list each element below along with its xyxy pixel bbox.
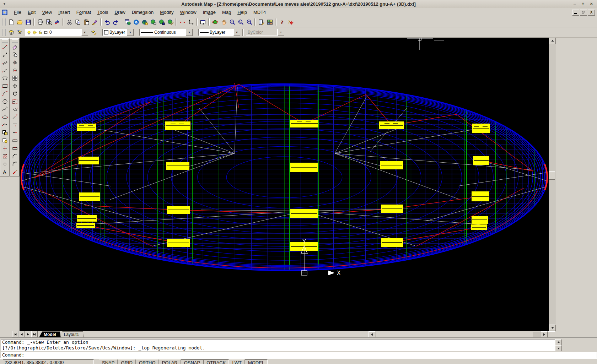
scroll-down-button[interactable] [549, 325, 556, 331]
pan-button[interactable] [219, 18, 228, 26]
point-button[interactable] [1, 145, 9, 152]
tab-last-button[interactable] [31, 331, 38, 337]
scroll-up-button[interactable] [549, 38, 556, 44]
autodesk-point-a-button[interactable]: a [132, 18, 140, 26]
toolbar-grip[interactable] [2, 39, 8, 43]
match-properties-button[interactable] [91, 18, 99, 26]
layer-combo-arrow[interactable]: ▼ [81, 29, 88, 36]
toolbar-grip[interactable] [2, 29, 6, 36]
zoom-window-button[interactable] [236, 18, 245, 26]
drawing-canvas[interactable]: YX [20, 38, 549, 331]
map-workspace-button[interactable] [123, 18, 132, 26]
make-current-button[interactable] [89, 28, 98, 36]
mdi-minimize-button[interactable] [572, 10, 579, 16]
toggle-snap[interactable]: SNAP [99, 359, 118, 364]
extend-button[interactable] [11, 129, 19, 137]
menu-help[interactable]: Help [234, 9, 250, 16]
toggle-polar[interactable]: POLAR [159, 359, 181, 364]
print-button[interactable] [36, 18, 44, 26]
named-views-button[interactable] [199, 18, 207, 26]
color-combo[interactable]: ByLayer▼ [102, 29, 134, 36]
menu-map[interactable]: Map [219, 9, 234, 16]
linetype-combo-arrow[interactable]: ▼ [186, 29, 193, 36]
construction-line-button[interactable] [1, 51, 9, 59]
map-save-set-button[interactable] [157, 18, 166, 26]
rectangle-button[interactable] [1, 82, 9, 90]
lineweight-combo-arrow[interactable]: ▼ [233, 29, 240, 36]
layer-previous-button[interactable] [15, 28, 24, 36]
polyline-button[interactable] [1, 66, 9, 74]
lineweight-combo[interactable]: ByLayer▼ [198, 29, 240, 36]
toggle-osnap[interactable]: OSNAP [181, 359, 204, 364]
multiline-button[interactable] [1, 59, 9, 66]
window-maximize-button[interactable]: + [582, 0, 585, 8]
menu-mdt4[interactable]: MDT4 [250, 9, 269, 16]
3d-orbit-button[interactable] [211, 18, 219, 26]
menu-insert[interactable]: Insert [55, 9, 73, 16]
toggle-ortho[interactable]: ORTHO [136, 359, 159, 364]
line-button[interactable] [1, 43, 9, 51]
trim-button[interactable] [11, 121, 19, 129]
cut-button[interactable] [65, 18, 74, 26]
menu-modify[interactable]: Modify [157, 9, 177, 16]
multiline-text-button[interactable]: A [1, 168, 9, 176]
ellipse-button[interactable] [1, 113, 9, 121]
layers-button[interactable] [7, 28, 15, 36]
new-file-button[interactable] [7, 18, 15, 26]
scroll-left-button[interactable] [369, 331, 375, 338]
menu-edit[interactable]: Edit [25, 9, 39, 16]
paste-button[interactable] [82, 18, 91, 26]
chamfer-button[interactable] [11, 152, 19, 160]
tab-model[interactable]: Model [39, 331, 61, 337]
make-block-button[interactable] [1, 137, 9, 145]
command-scrollbar[interactable] [555, 339, 561, 351]
menu-image[interactable]: Image [200, 9, 219, 16]
menu-tools[interactable]: Tools [94, 9, 111, 16]
menu-window[interactable]: Window [177, 9, 200, 16]
tab-prev-button[interactable] [18, 331, 25, 337]
copy-object-button[interactable] [11, 51, 19, 59]
zoom-previous-button[interactable] [245, 18, 253, 26]
redo-button[interactable] [111, 18, 120, 26]
design-center-button[interactable] [265, 18, 274, 26]
horizontal-scroll-thumb[interactable] [376, 332, 533, 338]
open-file-button[interactable] [15, 18, 24, 26]
map-link-button[interactable] [166, 18, 174, 26]
help-button[interactable]: ? [278, 18, 286, 26]
vertical-scrollbar[interactable] [549, 38, 555, 331]
window-minimize-button[interactable]: – [574, 0, 576, 8]
menu-draw[interactable]: Draw [111, 9, 128, 16]
toolbar-grip[interactable] [12, 39, 18, 43]
region-button[interactable] [1, 160, 9, 168]
mirror-button[interactable] [11, 59, 19, 66]
circle-button[interactable] [1, 98, 9, 105]
fillet-button[interactable] [11, 160, 19, 168]
menu-file[interactable]: File [11, 9, 25, 16]
scroll-right-button[interactable] [541, 331, 548, 338]
insert-block-button[interactable] [1, 129, 9, 137]
arc-button[interactable] [1, 90, 9, 98]
horizontal-scroll-track[interactable] [375, 332, 541, 337]
ellipse-arc-button[interactable] [1, 121, 9, 129]
rotate-button[interactable] [11, 90, 19, 98]
menu-format[interactable]: Format [73, 9, 94, 16]
toolbar-grip[interactable] [2, 18, 6, 26]
vertical-scroll-thumb[interactable] [549, 171, 555, 180]
tab-layout1[interactable]: Layout1 [59, 331, 84, 337]
undo-button[interactable] [103, 18, 111, 26]
layer-combo[interactable]: 0▼ [25, 29, 88, 36]
break-at-point-button[interactable] [11, 137, 19, 145]
menu-view[interactable]: View [39, 9, 55, 16]
distance-button[interactable] [178, 18, 187, 26]
tab-first-button[interactable] [12, 331, 18, 337]
tab-next-button[interactable] [25, 331, 31, 337]
copy-button[interactable] [74, 18, 82, 26]
save-file-button[interactable] [24, 18, 32, 26]
color-combo-arrow[interactable]: ▼ [127, 29, 134, 36]
mdi-restore-button[interactable] [580, 10, 587, 16]
scale-button[interactable] [11, 98, 19, 105]
break-button[interactable] [11, 145, 19, 152]
ucs-axes-button[interactable] [187, 18, 195, 26]
offset-button[interactable] [11, 66, 19, 74]
move-button[interactable] [11, 82, 19, 90]
